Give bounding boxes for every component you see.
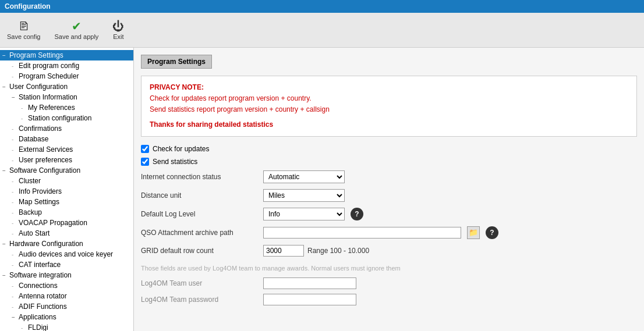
sidebar-item-edit-program-config[interactable]: -Edit program config [0, 60, 133, 71]
spacer-icon: - [12, 262, 19, 268]
sidebar-item-label: CAT interface [19, 261, 61, 269]
qso-browse-button[interactable]: 📁 [467, 226, 480, 239]
sidebar-item-label: ADIF Functions [19, 302, 67, 311]
sidebar-item-user-preferences[interactable]: -User preferences [0, 155, 133, 165]
log-level-help-icon[interactable]: ? [351, 208, 363, 220]
log-level-row: Default Log Level Info Debug Warning Err… [141, 208, 637, 220]
grid-row-count-spinner: Range 100 - 10.000 [263, 245, 369, 257]
sidebar-item-label: Cluster [19, 177, 41, 185]
spacer-icon: - [12, 136, 19, 143]
expand-icon: − [12, 94, 19, 101]
spacer-icon: - [12, 73, 19, 80]
expand-icon: − [2, 52, 9, 59]
spacer-icon: - [12, 157, 19, 163]
check-for-updates-checkbox[interactable] [141, 145, 149, 153]
sidebar-item-confirmations[interactable]: -Confirmations [0, 123, 133, 134]
exit-icon: ⏻ [112, 20, 124, 32]
sidebar-item-label: Map Settings [19, 198, 59, 206]
team-password-input[interactable] [263, 294, 356, 305]
content-area: Program Settings PRIVACY NOTE: Check for… [134, 48, 644, 331]
sidebar-item-software-integration[interactable]: −Software integration [0, 270, 133, 280]
spacer-icon: - [12, 188, 19, 195]
sidebar-item-auto-start[interactable]: -Auto Start [0, 228, 133, 239]
check-for-updates-label: Check for updates [153, 145, 209, 153]
qso-attachment-row: QSO Attachment archive path 📁 ? [141, 226, 637, 239]
sidebar-item-label: Hardware Configuration [9, 240, 83, 248]
sidebar-item-label: Program Scheduler [19, 72, 79, 80]
sidebar-item-antenna-rotator[interactable]: -Antenna rotator [0, 291, 133, 301]
expand-icon: − [2, 168, 9, 174]
sidebar-item-connections[interactable]: -Connections [0, 280, 133, 291]
team-section-note: Those fields are used by Log4OM team to … [141, 265, 637, 272]
send-statistics-checkbox[interactable] [141, 158, 149, 166]
qso-attachment-input[interactable] [263, 227, 461, 239]
title-text: Configuration [5, 2, 51, 10]
sidebar-item-label: VOACAP Propagation [19, 219, 87, 227]
spacer-icon: - [12, 220, 19, 226]
internet-connection-select[interactable]: Automatic Online Offline [263, 170, 345, 183]
qso-help-icon[interactable]: ? [486, 226, 498, 239]
log-level-label: Default Log Level [141, 210, 257, 218]
sidebar-item-adif-functions[interactable]: -ADIF Functions [0, 301, 133, 312]
sidebar-item-user-configuration[interactable]: −User Configuration [0, 81, 133, 92]
sidebar-item-fldigi[interactable]: -FLDigi [0, 322, 133, 331]
sidebar-item-voacap-propagation[interactable]: -VOACAP Propagation [0, 218, 133, 228]
sidebar-item-label: Backup [19, 208, 42, 216]
spacer-icon: - [12, 283, 19, 289]
team-password-label: Log4OM Team password [141, 296, 257, 304]
spacer-icon: - [21, 325, 28, 331]
distance-unit-select[interactable]: Miles Kilometers [263, 189, 345, 202]
sidebar-item-station-configuration[interactable]: -Station configuration [0, 113, 133, 123]
sidebar-item-applications[interactable]: −Applications [0, 312, 133, 322]
sidebar-item-audio-devices[interactable]: -Audio devices and voice keyer [0, 249, 133, 259]
section-header: Program Settings [141, 55, 212, 69]
sidebar-item-label: Program Settings [9, 51, 63, 59]
spacer-icon: - [21, 105, 28, 111]
team-user-input[interactable] [263, 277, 356, 289]
sidebar-item-map-settings[interactable]: -Map Settings [0, 197, 133, 207]
qso-attachment-label: QSO Attachment archive path [141, 229, 257, 237]
save-config-icon: 🖹 [18, 20, 30, 32]
grid-row-count-row: GRID default row count Range 100 - 10.00… [141, 245, 637, 257]
spacer-icon: - [12, 251, 19, 258]
exit-label: Exit [113, 33, 123, 40]
sidebar-item-software-configuration[interactable]: −Software Configuration [0, 165, 133, 176]
exit-button[interactable]: ⏻ Exit [110, 19, 126, 41]
sidebar-item-label: Info Providers [19, 187, 62, 195]
team-user-label: Log4OM Team user [141, 279, 257, 287]
spacer-icon: - [12, 209, 19, 216]
sidebar-item-label: Station configuration [28, 114, 91, 122]
sidebar-item-database[interactable]: -Database [0, 134, 133, 144]
save-and-apply-button[interactable]: ✔ Save and apply [52, 19, 101, 41]
internet-connection-row: Internet connection status Automatic Onl… [141, 170, 637, 183]
privacy-line1: Check for updates report program version… [150, 93, 628, 104]
title-bar: Configuration [0, 0, 644, 13]
grid-row-count-range: Range 100 - 10.000 [307, 247, 369, 255]
distance-unit-label: Distance unit [141, 191, 257, 200]
sidebar-item-label: Edit program config [19, 62, 79, 70]
sidebar-item-label: Audio devices and voice keyer [19, 250, 113, 258]
spacer-icon: - [12, 304, 19, 310]
save-config-button[interactable]: 🖹 Save config [5, 19, 43, 41]
sidebar-item-label: Software integration [9, 271, 72, 279]
sidebar-item-label: External Services [19, 145, 73, 154]
sidebar-item-program-scheduler[interactable]: -Program Scheduler [0, 71, 133, 81]
sidebar-item-label: User preferences [19, 156, 72, 164]
sidebar-item-info-providers[interactable]: -Info Providers [0, 186, 133, 197]
log-level-select[interactable]: Info Debug Warning Error [263, 208, 345, 220]
spacer-icon: - [21, 115, 28, 122]
sidebar-item-station-information[interactable]: −Station Information [0, 92, 133, 102]
sidebar-item-label: FLDigi [28, 323, 48, 331]
sidebar-item-external-services[interactable]: -External Services [0, 144, 133, 155]
save-apply-label: Save and apply [54, 33, 98, 40]
sidebar-item-hardware-configuration[interactable]: −Hardware Configuration [0, 239, 133, 249]
spacer-icon: - [12, 199, 19, 205]
sidebar-item-cluster[interactable]: -Cluster [0, 176, 133, 186]
check-for-updates-row: Check for updates [141, 145, 637, 153]
sidebar-item-my-references[interactable]: -My References [0, 102, 133, 113]
sidebar-item-backup[interactable]: -Backup [0, 207, 133, 218]
sidebar-item-program-settings[interactable]: −Program Settings [0, 50, 133, 60]
grid-row-count-input[interactable] [263, 245, 304, 257]
save-apply-icon: ✔ [72, 20, 82, 32]
sidebar-item-cat-interface[interactable]: -CAT interface [0, 259, 133, 270]
